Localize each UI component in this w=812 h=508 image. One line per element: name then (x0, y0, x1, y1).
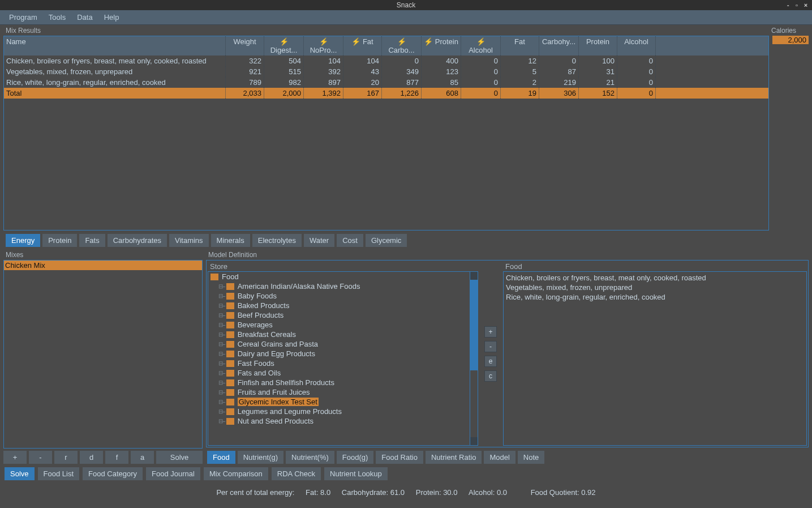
tab-water[interactable]: Water (304, 234, 334, 247)
mix-item-selected[interactable]: Chicken Mix (4, 261, 202, 270)
status-fat: Fat: 8.0 (306, 488, 330, 497)
add-food-button[interactable]: + (484, 326, 497, 338)
store-tree[interactable]: Food American Indian/Alaska Native Foods… (208, 271, 478, 446)
tree-root[interactable]: Food (208, 272, 478, 281)
folder-icon (226, 360, 234, 367)
menu-tools[interactable]: Tools (43, 11, 71, 24)
food-list[interactable]: Chicken, broilers or fryers, breast, mea… (503, 271, 807, 446)
tree-item-label: Finfish and Shellfish Products (238, 378, 334, 387)
tab-protein[interactable]: Protein (42, 234, 77, 247)
col-prot-e[interactable]: ⚡ Protein (422, 36, 461, 56)
col-prot[interactable]: Protein (579, 36, 617, 56)
status-label: Per cent of total energy: (216, 488, 294, 497)
model-tab-note[interactable]: Note (518, 451, 544, 464)
tree-item[interactable]: Fruits and Fruit Juices (208, 387, 478, 397)
mix-a-button[interactable]: a (131, 451, 154, 464)
tree-item[interactable]: Glycemic Index Test Set (208, 397, 478, 407)
tree-item-label: Baked Products (238, 301, 290, 310)
tree-item[interactable]: Fast Foods (208, 358, 478, 368)
col-alc-e[interactable]: ⚡ Alcohol (461, 36, 501, 56)
window-controls: ˗ ▫ × (784, 0, 810, 10)
folder-icon (226, 389, 234, 396)
tab-vitamins[interactable]: Vitamins (169, 234, 209, 247)
col-weight[interactable]: Weight (226, 36, 264, 56)
tree-item[interactable]: Fats and Oils (208, 368, 478, 378)
model-tab-nutrient-g[interactable]: Nutrient(g) (238, 451, 283, 464)
tab-minerals[interactable]: Minerals (211, 234, 250, 247)
transfer-buttons: + - e c (480, 262, 501, 446)
tree-item[interactable]: Cereal Grains and Pasta (208, 339, 478, 349)
menu-help[interactable]: Help (98, 11, 125, 24)
main-tab-mix-comparison[interactable]: Mix Comparison (204, 467, 268, 480)
tree-item[interactable]: Breakfast Cereals (208, 330, 478, 339)
tree-item[interactable]: Dairy and Egg Products (208, 349, 478, 358)
scroll-up-icon[interactable] (470, 272, 478, 280)
tab-fats[interactable]: Fats (79, 234, 105, 247)
tab-electrolytes[interactable]: Electrolytes (252, 234, 302, 247)
tree-scrollbar[interactable] (470, 272, 478, 445)
tree-item[interactable]: Baked Products (208, 301, 478, 310)
mix-f-button[interactable]: f (105, 451, 128, 464)
table-row[interactable]: Vegetables, mixed, frozen, unprepared 92… (4, 66, 768, 77)
tree-item[interactable]: Beverages (208, 320, 478, 330)
main-tab-rda-check[interactable]: RDA Check (272, 467, 321, 480)
table-row[interactable]: Rice, white, long-grain, regular, enrich… (4, 77, 768, 88)
model-definition-label: Model Definition (206, 249, 809, 260)
remove-food-button[interactable]: - (484, 341, 497, 352)
tab-energy[interactable]: Energy (6, 234, 40, 247)
main-tab-food-list[interactable]: Food List (38, 467, 79, 480)
model-tab-food-ratio[interactable]: Food Ratio (376, 451, 423, 464)
model-tab-model[interactable]: Model (484, 451, 515, 464)
tree-item-label: Beverages (238, 321, 273, 329)
mix-remove-button[interactable]: - (29, 451, 52, 464)
mix-add-button[interactable]: + (3, 451, 27, 464)
tree-item[interactable]: American Indian/Alaska Native Foods (208, 281, 478, 291)
tab-glycemic[interactable]: Glycemic (366, 234, 407, 247)
main-tab-food-category[interactable]: Food Category (83, 467, 143, 480)
model-tab-food-g[interactable]: Food(g) (337, 451, 374, 464)
main-tab-solve[interactable]: Solve (5, 467, 35, 480)
tree-item[interactable]: Beef Products (208, 310, 478, 320)
food-item[interactable]: Vegetables, mixed, frozen, unprepared (506, 283, 804, 292)
model-tab-nutrient-pct[interactable]: Nutrient(%) (286, 451, 334, 464)
tab-carbohydrates[interactable]: Carbohydrates (108, 234, 167, 247)
folder-icon (226, 302, 234, 309)
edit-food-button[interactable]: e (484, 356, 497, 367)
scroll-down-icon[interactable] (470, 437, 478, 445)
maximize-icon[interactable]: ▫ (793, 0, 801, 10)
col-fat[interactable]: Fat (501, 36, 539, 56)
tree-item[interactable]: Finfish and Shellfish Products (208, 378, 478, 387)
tree-item[interactable]: Nut and Seed Products (208, 416, 478, 426)
table-row[interactable]: Chicken, broilers or fryers, breast, mea… (4, 56, 768, 66)
mix-solve-button[interactable]: Solve (156, 451, 203, 464)
minimize-icon[interactable]: ˗ (784, 0, 792, 10)
model-tab-nutrient-ratio[interactable]: Nutrient Ratio (426, 451, 482, 464)
col-carbo-e[interactable]: ⚡ Carbo... (382, 36, 422, 56)
status-bar: Per cent of total energy: Fat: 8.0 Carbo… (0, 484, 812, 501)
main-tab-nutrient-lookup[interactable]: Nutrient Lookup (324, 467, 388, 480)
col-nopro[interactable]: ⚡ NoPro... (304, 36, 343, 56)
clear-food-button[interactable]: c (484, 370, 497, 382)
col-fat-e[interactable]: ⚡ Fat (343, 36, 382, 56)
tree-item[interactable]: Legumes and Legume Products (208, 407, 478, 416)
food-item[interactable]: Rice, white, long-grain, regular, enrich… (506, 292, 804, 302)
model-tab-food[interactable]: Food (207, 451, 235, 464)
col-alc[interactable]: Alcohol (617, 36, 656, 56)
col-name[interactable]: Name (4, 36, 226, 56)
food-item[interactable]: Chicken, broilers or fryers, breast, mea… (506, 273, 804, 283)
scroll-thumb[interactable] (470, 280, 478, 370)
mixes-list[interactable]: Chicken Mix (3, 260, 203, 449)
main-tab-food-journal[interactable]: Food Journal (146, 467, 200, 480)
mix-d-button[interactable]: d (80, 451, 103, 464)
main-tabs: Solve Food List Food Category Food Journ… (0, 464, 812, 484)
tree-item[interactable]: Baby Foods (208, 291, 478, 301)
mix-r-button[interactable]: r (54, 451, 78, 464)
menu-data[interactable]: Data (71, 11, 98, 24)
folder-icon (226, 399, 234, 405)
tab-cost[interactable]: Cost (337, 234, 363, 247)
mixes-label: Mixes (3, 249, 203, 260)
menu-program[interactable]: Program (3, 11, 43, 24)
col-carbo[interactable]: Carbohy... (539, 36, 579, 56)
col-digest[interactable]: ⚡ Digest... (264, 36, 304, 56)
close-icon[interactable]: × (802, 0, 810, 10)
